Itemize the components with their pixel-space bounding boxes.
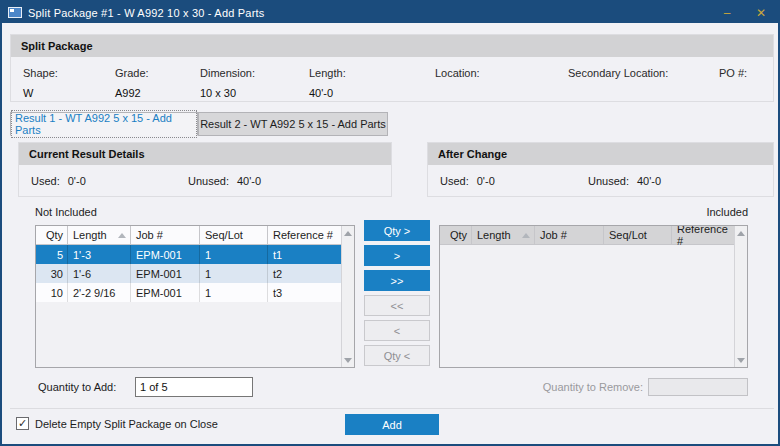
field-shape: Shape: W [23,67,58,79]
field-secondary-location: Secondary Location: [568,67,668,79]
split-package-dialog: Split Package #1 - W A992 10 x 30 - Add … [0,0,780,446]
field-length: Length: 40'-0 [309,67,346,79]
after-unused: Unused:40'-0 [588,175,661,187]
column-header-job[interactable]: Job # [535,226,604,244]
scroll-up-icon[interactable] [735,226,747,240]
column-header-qty[interactable]: Qty [36,226,68,244]
split-package-group-title: Split Package [11,35,773,57]
included-scrollbar[interactable] [734,226,747,367]
field-po: PO #: [719,67,747,79]
after-change-group: After Change Used:0'-0 Unused:40'-0 [427,142,774,197]
sort-ascending-icon [118,233,126,238]
column-header-length[interactable]: Length [68,226,131,244]
window-title: Split Package #1 - W A992 10 x 30 - Add … [28,7,264,19]
column-header-job[interactable]: Job # [131,226,200,244]
scroll-up-icon[interactable] [342,226,354,240]
after-change-title: After Change [428,143,773,165]
delete-empty-checkbox-label: Delete Empty Split Package on Close [35,418,218,430]
check-icon: ✓ [18,418,27,429]
scroll-down-icon[interactable] [735,353,747,367]
close-button[interactable]: ✕ [744,2,778,23]
table-row[interactable]: 10 2'-2 9/16 EPM-001 1 t3 [36,283,341,302]
titlebar[interactable]: Split Package #1 - W A992 10 x 30 - Add … [2,2,778,23]
column-header-length[interactable]: Length [472,226,535,244]
column-header-qty[interactable]: Qty [440,226,472,244]
current-result-details-title: Current Result Details [19,143,391,165]
scroll-down-icon[interactable] [342,353,354,367]
table-row[interactable]: 5 1'-3 EPM-001 1 t1 [36,245,341,264]
table-row[interactable]: 30 1'-6 EPM-001 1 t2 [36,264,341,283]
column-header-reference[interactable]: Reference # [268,226,341,244]
included-grid: Qty Length Job # Seq/Lot Reference # [439,225,748,368]
after-used: Used:0'-0 [440,175,495,187]
column-header-reference[interactable]: Reference # [672,226,734,244]
not-included-scrollbar[interactable] [341,226,354,367]
current-unused: Unused:40'-0 [188,175,261,187]
add-button[interactable]: Add [345,414,439,435]
field-location: Location: [435,67,480,79]
move-all-left-button[interactable]: << [364,295,430,316]
delete-empty-checkbox[interactable]: ✓ [16,417,29,430]
not-included-label: Not Included [35,206,97,218]
column-header-seqlot[interactable]: Seq/Lot [200,226,268,244]
current-used: Used:0'-0 [31,175,86,187]
footer-divider [10,408,774,409]
move-right-button[interactable]: > [364,245,430,266]
tab-result-2[interactable]: Result 2 - WT A992 5 x 15 - Add Parts [198,112,388,136]
field-dimension: Dimension: 10 x 30 [200,67,255,79]
quantity-to-add-label: Quantity to Add: [38,381,116,393]
sort-ascending-icon [522,233,530,238]
not-included-grid: Qty Length Job # Seq/Lot Reference # 5 1… [35,225,355,368]
included-label: Included [702,206,748,218]
qty-left-button[interactable]: Qty < [364,345,430,366]
quantity-to-remove-label: Quantity to Remove: [535,381,643,393]
column-header-seqlot[interactable]: Seq/Lot [604,226,672,244]
minimize-button[interactable]: – [710,2,744,23]
not-included-header-row: Qty Length Job # Seq/Lot Reference # [36,226,341,245]
field-grade: Grade: A992 [115,67,149,79]
quantity-to-remove-input[interactable] [648,378,748,396]
split-package-group: Split Package Shape: W Grade: A992 Dimen… [10,34,774,102]
move-all-right-button[interactable]: >> [364,270,430,291]
app-icon [8,7,22,18]
included-header-row: Qty Length Job # Seq/Lot Reference # [440,226,734,245]
tab-result-1[interactable]: Result 1 - WT A992 5 x 15 - Add Parts [10,112,198,136]
quantity-to-add-input[interactable] [135,377,253,397]
current-result-details-group: Current Result Details Used:0'-0 Unused:… [18,142,392,197]
qty-right-button[interactable]: Qty > [364,220,430,241]
move-left-button[interactable]: < [364,320,430,341]
